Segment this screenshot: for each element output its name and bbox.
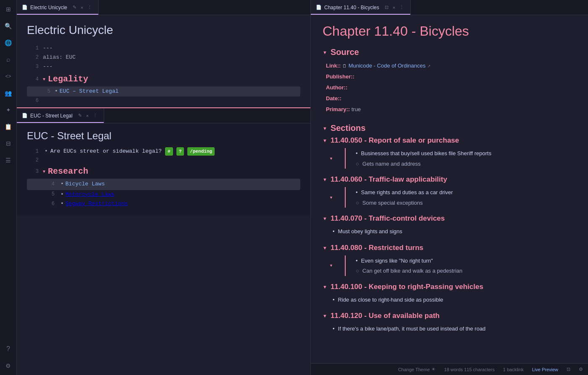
municode-link[interactable]: Municode - Code of Ordinances	[349, 62, 426, 69]
globe-icon[interactable]: 🌐	[3, 37, 14, 49]
primary-row: Primary:: true	[326, 104, 576, 115]
section-060-arrow[interactable]: ▼	[323, 177, 327, 182]
change-theme-label: Change Theme	[398, 367, 430, 372]
sub-edit-button[interactable]: ✎	[77, 112, 83, 119]
empty-line-6: 6	[27, 96, 300, 105]
motorcycle-laws-link[interactable]: Motorcycle Laws	[66, 190, 115, 199]
bicycle-laws-item[interactable]: 4 • Bicycle Laws	[27, 179, 300, 190]
expand-icon-item[interactable]: ⊡	[567, 367, 570, 372]
users-icon[interactable]: 👥	[3, 87, 14, 99]
code-line-2: 2 alias: EUC	[27, 53, 300, 62]
live-preview-item[interactable]: Live Preview	[532, 367, 558, 372]
source-heading: Source	[331, 47, 359, 57]
sub-more-button[interactable]: ⋮	[92, 112, 99, 119]
section-070-arrow[interactable]: ▼	[323, 216, 327, 221]
bullet-050-main: • Businesses that buy/sell used bikes fi…	[349, 148, 491, 159]
sub-tab-label: EUC - Street Legal	[30, 113, 73, 119]
table-icon[interactable]: ⊟	[3, 138, 14, 149]
sub-panel-euc: 📄 EUC - Street Legal ✎ × ⋮ EUC - Street …	[17, 107, 310, 215]
backlink-label: 1 backlink	[503, 367, 524, 372]
tab-label: Electric Unicycle	[30, 5, 67, 10]
bullet-080-main: • Even signs like "No right turn"	[349, 255, 462, 266]
bullet-070-main: • Must obey lights and signs	[323, 226, 576, 237]
edit-tab-button[interactable]: ✎	[71, 4, 78, 10]
are-eucs-text: Are EUCs street or sidewalk legal?	[50, 147, 162, 156]
tab-electric-unicycle[interactable]: 📄 Electric Unicycle ✎ × ⋮	[17, 0, 99, 15]
source-header: ▼ Source	[323, 47, 576, 57]
municode-icon: 🗒	[342, 63, 347, 68]
bullet-120-main: • If there's a bike lane/path, it must b…	[323, 323, 576, 334]
euc-street-legal-doc: EUC - Street Legal 1 • Are EUCs street o…	[17, 123, 310, 215]
research-heading: Research	[48, 164, 88, 179]
section-100-arrow[interactable]: ▼	[323, 284, 327, 289]
more-tab-button[interactable]: ⋮	[86, 4, 93, 10]
bullet-060-main: • Same rights and duties as a car driver	[349, 187, 453, 198]
right-panel: 📄 Chapter 11.40 - Bicycles ⊡ × ⋮ Chapter…	[311, 0, 588, 375]
right-tab-label: Chapter 11.40 - Bicycles	[324, 5, 379, 10]
section-120-arrow[interactable]: ▼	[323, 313, 327, 318]
change-theme-item[interactable]: Change Theme ☀	[398, 367, 436, 372]
bullet-050-group: • Businesses that buy/sell used bikes fi…	[345, 148, 491, 169]
right-doc-title: Chapter 11.40 - Bicycles	[323, 23, 576, 39]
source-section: ▼ Source Link:: 🗒 Municode - Code of Ord…	[323, 47, 576, 115]
legality-chevron: ▼	[43, 76, 45, 83]
help-icon[interactable]: ?	[3, 343, 14, 355]
bicycles-doc: Chapter 11.40 - Bicycles ▼ Source Link::…	[311, 15, 588, 363]
section-050-arrow[interactable]: ▼	[323, 138, 327, 143]
brands-heading: Brands	[48, 105, 78, 107]
close-tab-button[interactable]: ×	[79, 4, 84, 10]
brands-heading-line: 7 ▼ Brands	[27, 105, 300, 107]
motorcycle-laws-item: 5 • Motorcycle Laws	[27, 190, 300, 199]
tab-chapter-bicycles[interactable]: 📄 Chapter 11.40 - Bicycles ⊡ × ⋮	[311, 0, 411, 15]
section-070-heading: 11.40.070 - Traffic-control devices	[331, 214, 445, 223]
section-100-heading: 11.40.100 - Keeping to right-Passing veh…	[331, 283, 483, 291]
list-icon[interactable]: ☰	[3, 154, 14, 166]
code-icon[interactable]: <>	[3, 70, 14, 82]
code-line-1: 1 ---	[27, 44, 300, 53]
left-panel: 📄 Electric Unicycle ✎ × ⋮ Electric Unicy…	[17, 0, 311, 375]
code-line-3: 3 ---	[27, 62, 300, 71]
status-settings-item[interactable]: ⚙	[579, 367, 583, 372]
backlink-item: 1 backlink	[503, 367, 524, 372]
right-split-button[interactable]: ⊡	[383, 4, 390, 10]
section-080-arrow[interactable]: ▼	[323, 245, 327, 250]
graph-icon[interactable]: ✦	[3, 104, 14, 116]
live-preview-label: Live Preview	[532, 367, 558, 372]
sections-heading: Sections	[331, 123, 365, 133]
sections-header: ▼ Sections	[323, 123, 576, 133]
segway-restrictions-link[interactable]: Segway Restrictions	[66, 199, 128, 208]
external-link-icon-right: ↗	[427, 64, 430, 68]
section-11-40-060: ▼ 11.40.060 - Traffic-law applicability …	[323, 175, 576, 208]
tag-pending: /pending	[187, 147, 215, 156]
right-close-button[interactable]: ×	[391, 4, 396, 10]
expand-icon: ⊡	[567, 367, 570, 372]
right-more-button[interactable]: ⋮	[398, 4, 405, 10]
author-row: Author::	[326, 82, 576, 93]
tag-question: ?	[176, 147, 184, 156]
sub-doc-title: EUC - Street Legal	[27, 130, 300, 142]
file-icon-sub: 📄	[22, 113, 28, 118]
link-row: Link:: 🗒 Municode - Code of Ordinances ↗	[326, 60, 576, 71]
right-tab-bar: 📄 Chapter 11.40 - Bicycles ⊡ × ⋮	[311, 0, 588, 15]
sub-line-2: 2	[27, 156, 300, 164]
publisher-row: Publisher::	[326, 71, 576, 82]
research-chevron: ▼	[43, 168, 45, 175]
find-icon[interactable]: ⌕	[3, 54, 14, 65]
docs-icon[interactable]: 📋	[3, 121, 14, 133]
euc-street-legal-link[interactable]: EUC – Street Legal	[60, 87, 118, 96]
section-060-heading: 11.40.060 - Traffic-law applicability	[331, 175, 447, 184]
sections-toggle-arrow[interactable]: ▼	[323, 126, 327, 131]
search-icon[interactable]: 🔍	[3, 20, 14, 32]
tab-euc-street-legal[interactable]: 📄 EUC - Street Legal ✎ × ⋮	[17, 108, 104, 123]
sub-close-button[interactable]: ×	[85, 112, 90, 119]
list-item-euc-street-legal[interactable]: 5 • EUC – Street Legal	[27, 86, 300, 96]
bicycle-laws-link[interactable]: Bicycle Laws	[66, 180, 105, 189]
settings-icon[interactable]: ⚙	[3, 360, 14, 372]
source-meta: Link:: 🗒 Municode - Code of Ordinances ↗…	[323, 60, 576, 115]
section-11-40-100: ▼ 11.40.100 - Keeping to right-Passing v…	[323, 283, 576, 305]
right-file-icon: 📄	[316, 5, 322, 10]
source-toggle-arrow[interactable]: ▼	[323, 50, 327, 55]
status-settings-icon: ⚙	[579, 367, 583, 372]
files-icon[interactable]: ⊞	[3, 3, 14, 15]
sidebar: ⊞ 🔍 🌐 ⌕ <> 👥 ✦ 📋 ⊟ ☰ ? ⚙	[0, 0, 17, 375]
